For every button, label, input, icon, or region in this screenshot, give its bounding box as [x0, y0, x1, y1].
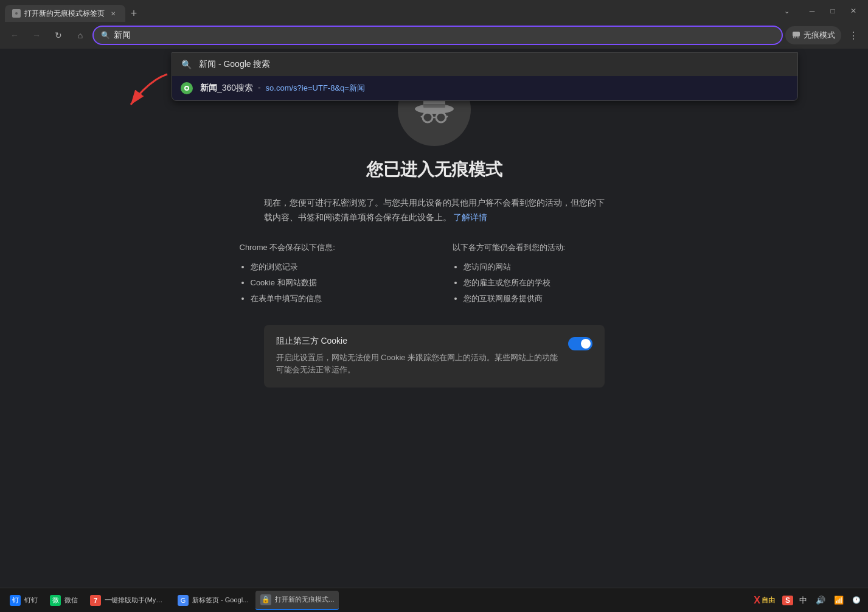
wechat-label: 微信: [64, 596, 78, 605]
taskbar: 钉 钉钉 微 微信 7 一键排版助手(MyE... G 新标签页 - Googl…: [0, 588, 868, 612]
incognito-taskbar-label: 打开新的无痕模式...: [275, 595, 334, 604]
svg-rect-10: [423, 104, 445, 108]
mye-icon: 7: [90, 595, 101, 606]
autocomplete-text-google: 新闻 - Google 搜索: [199, 59, 789, 70]
address-search-icon: 🔍: [101, 31, 110, 40]
more-options-button[interactable]: ⋮: [844, 26, 863, 45]
incognito-badge[interactable]: 无痕模式: [785, 26, 841, 44]
list-item: 您的浏览记录: [251, 259, 416, 275]
svg-point-1: [15, 12, 18, 15]
refresh-button[interactable]: ↻: [49, 26, 68, 45]
360-search-icon: [181, 82, 193, 94]
cookie-card: 阻止第三方 Cookie 开启此设置后，网站无法使用 Cookie 来跟踪您在网…: [264, 325, 605, 388]
cookie-card-title: 阻止第三方 Cookie: [276, 336, 561, 347]
taskbar-icon-network[interactable]: 📶: [832, 594, 846, 606]
tab-area: 打开新的无痕模式标签页 ✕ +: [5, 0, 863, 22]
taskbar-item-incognito[interactable]: 🔒 打开新的无痕模式...: [255, 591, 339, 610]
cookie-toggle-wrap: 阻止第三方 Cookie 开启此设置后，网站无法使用 Cookie 来跟踪您在网…: [276, 336, 561, 377]
window-controls: ─ □ ✕: [802, 2, 863, 19]
might-see-title: 以下各方可能仍会看到您的活动:: [453, 242, 629, 253]
taskbar-right: X 自由 S 中 🔊 📶 🕐: [750, 594, 863, 607]
nav-right-btns: 无痕模式 ⋮: [785, 26, 863, 45]
newtab-icon: G: [178, 595, 189, 606]
tab-close-button[interactable]: ✕: [108, 9, 118, 18]
cookie-card-desc: 开启此设置后，网站无法使用 Cookie 来跟踪您在网上的活动。某些网站上的功能…: [276, 352, 561, 377]
taskbar-item-newtab[interactable]: G 新标签页 - Googl...: [173, 591, 253, 610]
home-button[interactable]: ⌂: [71, 26, 90, 45]
taskbar-icon-sound[interactable]: 🔊: [813, 594, 828, 606]
taskbar-logo-x[interactable]: X 自由: [750, 594, 779, 607]
active-tab[interactable]: 打开新的无痕模式标签页 ✕: [5, 5, 125, 22]
address-text: 新闻: [114, 30, 774, 41]
tab-favicon: [12, 9, 21, 18]
not-saved-title: Chrome 不会保存以下信息:: [240, 242, 416, 253]
search-icon: 🔍: [181, 59, 192, 70]
autocomplete-dropdown: 🔍 新闻 - Google 搜索 新闻_360搜索 - so.com/s?ie=…: [172, 52, 798, 101]
svg-line-15: [446, 116, 448, 117]
svg-rect-2: [793, 32, 800, 37]
svg-point-6: [797, 37, 799, 38]
autocomplete-text-360: 新闻_360搜索 - so.com/s?ie=UTF-8&q=新闻: [200, 83, 789, 94]
svg-point-5: [794, 37, 795, 38]
dingding-icon: 钉: [10, 595, 21, 606]
incognito-taskbar-icon: 🔒: [260, 594, 271, 605]
cookie-toggle[interactable]: [568, 337, 592, 350]
not-saved-col: Chrome 不会保存以下信息: 您的浏览记录 Cookie 和网站数据 在表单…: [240, 242, 416, 307]
taskbar-item-mye[interactable]: 7 一键排版助手(MyE...: [85, 591, 170, 610]
two-col-section: Chrome 不会保存以下信息: 您的浏览记录 Cookie 和网站数据 在表单…: [240, 242, 629, 307]
taskbar-item-wechat[interactable]: 微 微信: [45, 591, 83, 610]
mye-label: 一键排版助手(MyE...: [105, 596, 165, 605]
list-item: Cookie 和网站数据: [251, 275, 416, 291]
back-button[interactable]: ←: [5, 26, 24, 45]
minimize-button[interactable]: ─: [802, 2, 822, 19]
tab-title: 打开新的无痕模式标签页: [24, 9, 105, 19]
svg-point-12: [436, 113, 446, 122]
list-item: 在表单中填写的信息: [251, 291, 416, 307]
autocomplete-item-google[interactable]: 🔍 新闻 - Google 搜索: [172, 53, 797, 76]
title-bar-extra: ⌄: [778, 2, 795, 19]
autocomplete-item-360[interactable]: 新闻_360搜索 - so.com/s?ie=UTF-8&q=新闻: [172, 76, 797, 100]
list-item: 您访问的网站: [464, 259, 629, 275]
main-content: 您已进入无痕模式 现在，您便可进行私密浏览了。与您共用此设备的其他用户将不会看到…: [0, 49, 868, 588]
newtab-label: 新标签页 - Googl...: [192, 596, 248, 605]
not-saved-list: 您的浏览记录 Cookie 和网站数据 在表单中填写的信息: [240, 259, 416, 307]
list-item: 您的雇主或您所在的学校: [464, 275, 629, 291]
taskbar-icon-s[interactable]: S: [782, 596, 793, 605]
taskbar-icon-zh[interactable]: 中: [797, 594, 810, 607]
wechat-icon: 微: [50, 595, 61, 606]
close-button[interactable]: ✕: [844, 2, 863, 19]
new-tab-button[interactable]: +: [125, 5, 142, 22]
svg-line-14: [421, 116, 423, 117]
taskbar-item-dingding[interactable]: 钉 钉钉: [5, 591, 43, 610]
incognito-label: 无痕模式: [804, 30, 835, 41]
address-bar-container: 🔍 新闻 🔍 新闻 - Google 搜索 新闻_360搜索 - so: [92, 26, 783, 45]
page-title: 您已进入无痕模式: [366, 158, 502, 181]
might-see-col: 以下各方可能仍会看到您的活动: 您访问的网站 您的雇主或您所在的学校 您的互联网…: [453, 242, 629, 307]
forward-button[interactable]: →: [27, 26, 46, 45]
description-text: 现在，您便可进行私密浏览了。与您共用此设备的其他用户将不会看到您的活动，但您的下…: [264, 196, 605, 225]
might-see-list: 您访问的网站 您的雇主或您所在的学校 您的互联网服务提供商: [453, 259, 629, 307]
cookie-toggle-row: 阻止第三方 Cookie 开启此设置后，网站无法使用 Cookie 来跟踪您在网…: [276, 336, 592, 377]
svg-point-11: [423, 113, 432, 122]
title-bar: 打开新的无痕模式标签页 ✕ + ⌄ ─ □ ✕: [0, 0, 868, 22]
maximize-button[interactable]: □: [823, 2, 842, 19]
expand-icon[interactable]: ⌄: [778, 2, 795, 19]
list-item: 您的互联网服务提供商: [464, 291, 629, 307]
learn-more-link[interactable]: 了解详情: [453, 212, 487, 222]
nav-bar: ← → ↻ ⌂ 🔍 新闻 🔍 新闻 - Google 搜索 新闻_360: [0, 22, 868, 49]
address-bar[interactable]: 🔍 新闻: [92, 26, 783, 45]
toggle-knob: [581, 339, 591, 349]
incognito-icon: [791, 30, 801, 40]
taskbar-time: 🕐: [850, 595, 863, 605]
dingding-label: 钉钉: [24, 596, 38, 605]
